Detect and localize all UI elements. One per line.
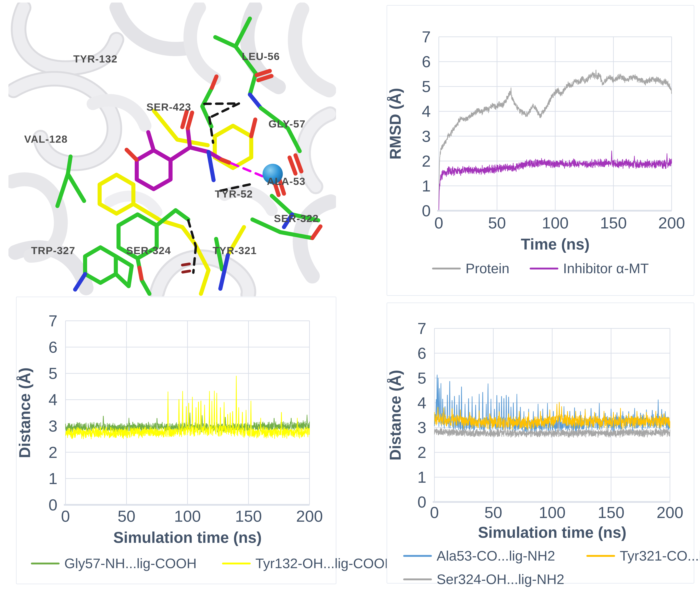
residue-label-val-128: VAL-128 (24, 133, 68, 145)
y-tick-label: 0 (422, 202, 431, 220)
y-tick-label: 1 (417, 468, 426, 486)
residue-label-tyr-52: TYR-52 (215, 188, 253, 200)
gridlines (439, 37, 672, 211)
legend-entry: Inhibitor α-MT (530, 260, 649, 276)
rmsd-chart-panel: 01234567050100150200Time (ns)RMSD (Å) Pr… (386, 5, 694, 296)
x-tick-label: 150 (600, 214, 627, 232)
residue-label-trp-327: TRP-327 (31, 245, 75, 256)
residue-label-ala-53: ALA-53 (267, 175, 305, 187)
x-tick-label: 200 (658, 214, 685, 232)
legend-entry: Gly57-NH...lig-COOH (31, 555, 197, 571)
legend-label: Inhibitor α-MT (563, 260, 649, 276)
legend-label: Ala53-CO...lig-NH2 (436, 548, 555, 564)
distance-nh2-chart-panel: 01234567050100150200Simulation time (ns)… (386, 302, 694, 583)
x-axis-title: Simulation time (ns) (113, 529, 262, 546)
distance-cooh-chart: 01234567050100150200Simulation time (ns)… (17, 297, 336, 550)
y-tick-label: 5 (417, 369, 426, 387)
legend-entry: Tyr321-CO...lig-NH2 (586, 548, 700, 564)
x-tick-label: 100 (542, 214, 569, 232)
leu56-sticks (215, 19, 272, 108)
legend-swatch-icon (403, 578, 432, 580)
y-tick-label: 4 (422, 102, 431, 120)
rmsd-chart: 01234567050100150200Time (ns)RMSD (Å) (387, 5, 694, 255)
axis-ticks: 01234567050100150200 (422, 28, 685, 232)
legend-swatch-icon (403, 555, 432, 557)
y-axis-title: Distance (Å) (387, 370, 404, 461)
residue-label-ser-322: SER-322 (274, 213, 319, 224)
gridlines (66, 321, 309, 505)
residue-label-ser-423: SER-423 (146, 101, 191, 113)
legend-label: Gly57-NH...lig-COOH (64, 555, 197, 571)
legend-label: Tyr132-OH...lig-COOH (255, 555, 395, 571)
legend-label: Tyr321-CO...lig-NH2 (620, 548, 700, 564)
x-tick-label: 150 (235, 507, 262, 525)
legend-row: ProteinInhibitor α-MT (387, 260, 694, 276)
distance-nh2-chart-legend: Ala53-CO...lig-NH2Tyr321-CO...lig-NH2Ser… (387, 548, 694, 587)
legend-entry: Ser324-OH...lig-NH2 (403, 571, 564, 587)
rmsd-chart-legend: ProteinInhibitor α-MT (387, 260, 694, 276)
y-axis-title: Distance (Å) (17, 368, 33, 458)
y-tick-label: 1 (48, 470, 57, 488)
y-tick-label: 4 (48, 391, 57, 408)
figure-page: TYR-132LEU-56SER-423GLY-57VAL-128ALA-53T… (0, 0, 700, 596)
y-tick-label: 0 (48, 496, 57, 514)
y-tick-label: 1 (422, 177, 431, 195)
residue-label-tyr-132: TYR-132 (73, 53, 118, 65)
y-tick-label: 5 (48, 364, 57, 382)
y-tick-label: 4 (417, 394, 426, 412)
legend-entry: Ala53-CO...lig-NH2 (403, 548, 555, 564)
legend-swatch-icon (31, 563, 59, 565)
y-tick-label: 7 (417, 319, 426, 337)
x-tick-label: 50 (484, 503, 502, 521)
y-tick-label: 3 (422, 127, 431, 145)
residue-label-gly-57: GLY-57 (269, 118, 306, 130)
molecule-rendering: TYR-132LEU-56SER-423GLY-57VAL-128ALA-53T… (8, 2, 336, 296)
distance-cooh-chart-panel: 01234567050100150200Simulation time (ns)… (16, 297, 336, 584)
distance-cooh-chart-legend: Gly57-NH...lig-COOHTyr132-OH...lig-COOH (17, 555, 336, 571)
x-axis-title: Simulation time (ns) (478, 524, 626, 541)
molecule-panel: TYR-132LEU-56SER-423GLY-57VAL-128ALA-53T… (8, 2, 336, 296)
y-tick-label: 2 (48, 443, 57, 461)
residue-label-leu-56: LEU-56 (242, 50, 280, 62)
x-tick-label: 50 (118, 507, 135, 525)
legend-row: Ala53-CO...lig-NH2Tyr321-CO...lig-NH2 (387, 548, 694, 564)
x-tick-label: 50 (488, 214, 506, 232)
y-tick-label: 6 (417, 344, 426, 362)
x-tick-label: 200 (657, 503, 683, 521)
legend-entry: Tyr132-OH...lig-COOH (222, 555, 395, 571)
legend-label: Protein (466, 260, 509, 276)
legend-swatch-icon (432, 268, 461, 270)
x-tick-label: 0 (434, 214, 443, 232)
y-tick-label: 6 (48, 338, 57, 356)
y-tick-label: 5 (422, 77, 431, 95)
x-tick-label: 100 (174, 507, 201, 525)
y-tick-label: 7 (422, 28, 431, 46)
x-tick-label: 200 (296, 507, 323, 525)
x-tick-label: 0 (430, 503, 439, 521)
legend-row: Ser324-OH...lig-NH2 (387, 571, 694, 587)
y-tick-label: 2 (417, 443, 426, 461)
residue-label-tyr-321: TYR-321 (212, 245, 257, 256)
x-tick-label: 150 (598, 503, 625, 521)
x-axis-title: Time (ns) (521, 235, 590, 253)
x-tick-label: 100 (539, 503, 566, 521)
y-tick-label: 7 (48, 312, 57, 330)
legend-swatch-icon (586, 555, 615, 557)
metal-coordination-dash (231, 163, 265, 177)
y-tick-label: 3 (417, 419, 426, 437)
y-tick-label: 3 (48, 417, 57, 435)
distance-nh2-chart: 01234567050100150200Simulation time (ns)… (387, 303, 694, 543)
y-tick-label: 0 (417, 493, 426, 511)
legend-swatch-icon (222, 563, 251, 565)
y-axis-title: RMSD (Å) (387, 88, 404, 159)
residue-label-ser-324: SER-324 (126, 245, 171, 256)
legend-swatch-icon (530, 268, 558, 270)
y-tick-label: 6 (422, 53, 431, 71)
legend-entry: Protein (432, 260, 509, 276)
x-tick-label: 0 (61, 507, 70, 525)
legend-label: Ser324-OH...lig-NH2 (436, 571, 564, 587)
y-tick-label: 2 (422, 152, 431, 170)
legend-row: Gly57-NH...lig-COOHTyr132-OH...lig-COOH (17, 555, 336, 571)
